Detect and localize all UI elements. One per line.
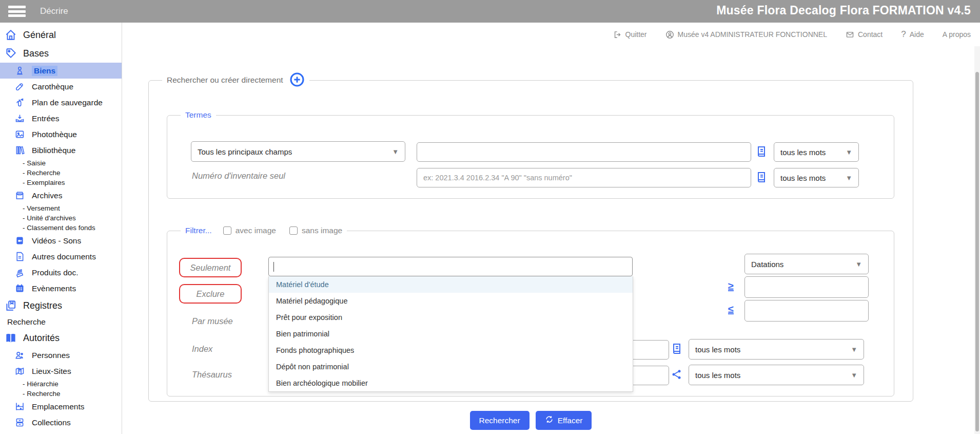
sidebar-item-lieux-sites[interactable]: Lieux-Sites <box>0 363 122 379</box>
with-image-checkbox[interactable] <box>223 227 231 235</box>
date-to-input[interactable] <box>744 300 869 322</box>
sidebar-item-bases[interactable]: Bases <box>0 44 122 63</box>
dropdown-option[interactable]: Matériel d'étude <box>269 276 633 293</box>
sidebar-item-emplacements[interactable]: Emplacements <box>0 399 122 414</box>
dropdown-option[interactable]: Dépôt non patrimonial <box>269 358 633 375</box>
sidebar-item-autres-documents[interactable]: Autres documents <box>0 249 122 265</box>
sidebar-item-label: Registres <box>23 300 62 311</box>
sidebar-item-exemplaires[interactable]: - Exemplaires <box>0 178 122 187</box>
sidebar-item-evenements[interactable]: Evènements <box>0 280 122 296</box>
vertical-scrollbar[interactable] <box>974 46 980 434</box>
sidebar-item-saisie[interactable]: - Saisie <box>0 158 122 168</box>
inventory-number-input[interactable] <box>417 168 751 187</box>
sidebar-item-unite-archives[interactable]: - Unité d'archives <box>0 213 122 223</box>
thesaurus-match-select[interactable]: tous les mots ▼ <box>689 365 864 385</box>
sidebar-item-archives[interactable]: Archives <box>0 187 122 203</box>
sidebar-item-general[interactable]: Général <box>0 26 122 44</box>
dropdown-option[interactable]: Fonds photographiques <box>269 342 633 358</box>
datations-select[interactable]: Datations ▼ <box>744 254 869 274</box>
sidebar-item-hierarchie[interactable]: - Hiérarchie <box>0 379 122 389</box>
field-scope-select[interactable]: Tous les principaux champs ▼ <box>191 141 405 162</box>
book-icon <box>755 145 768 159</box>
menu-icon[interactable] <box>8 6 26 17</box>
index-match-select[interactable]: tous les mots ▼ <box>689 339 864 360</box>
sidebar-item-label: Entrées <box>32 114 59 123</box>
help-link[interactable]: ? Aide <box>901 29 924 40</box>
without-image-checkbox[interactable] <box>289 227 298 235</box>
terms-legend: Termes <box>181 110 216 120</box>
sidebar-item-registres[interactable]: Registres <box>0 296 122 315</box>
gte-symbol: ≥ <box>728 280 734 292</box>
dropdown-option[interactable]: Matériel pédagogique <box>269 293 633 309</box>
sidebar-item-produits-doc[interactable]: Produits doc. <box>0 265 122 280</box>
sidebar-item-bibliotheque[interactable]: Bibliothèque <box>0 142 122 158</box>
exclude-filter-badge[interactable]: Exclure <box>179 284 242 304</box>
sidebar-item-versement[interactable]: - Versement <box>0 203 122 213</box>
clear-button[interactable]: Effacer <box>536 411 592 430</box>
sidebar-item-personnes[interactable]: Personnes <box>0 347 122 363</box>
only-filter-badge[interactable]: Seulement <box>179 258 242 277</box>
sidebar-item-label: Recherche <box>7 317 46 327</box>
with-image-checkbox-group[interactable]: avec image <box>223 226 276 235</box>
sidebar-item-label: Bibliothèque <box>32 146 75 155</box>
sidebar-item-label: Collections <box>32 418 71 427</box>
logout-icon <box>613 30 622 39</box>
lexicon-picker-button[interactable] <box>755 145 769 159</box>
dropdown-option[interactable]: Bien patrimonial <box>269 326 633 342</box>
create-record-button[interactable] <box>289 72 305 88</box>
sidebar-item-label: Général <box>23 30 56 41</box>
sidebar-item-label: Photothèque <box>32 130 77 139</box>
refresh-icon <box>545 415 554 426</box>
filter-legend: Filtrer... <box>185 226 212 235</box>
sidebar-item-label: Emplacements <box>32 402 85 411</box>
archive-box-icon <box>14 190 25 201</box>
home-icon <box>4 28 17 42</box>
index-lexicon-button[interactable] <box>671 343 684 356</box>
sidebar-item-plan-sauvegarde[interactable]: Plan de sauvegarde <box>0 95 122 110</box>
chevron-down-icon: ▼ <box>851 371 857 379</box>
inbox-download-icon <box>14 113 25 124</box>
sidebar-item-videos-sons[interactable]: Vidéos - Sons <box>0 233 122 249</box>
terms-match-select[interactable]: tous les mots ▼ <box>774 142 859 162</box>
sidebar-item-phototheque[interactable]: Photothèque <box>0 126 122 142</box>
terms-section: Termes Tous les principaux champs ▼ tous… <box>167 110 894 199</box>
filter-section: Filtrer... avec image sans image Seuleme… <box>167 226 894 397</box>
header-toolbar: Quitter Musée v4 ADMINISTRATEUR FONCTION… <box>122 23 980 46</box>
sidebar-item-classement-fonds[interactable]: - Classement des fonds <box>0 223 122 233</box>
sidebar-item-recherche-biblio[interactable]: - Recherche <box>0 168 122 178</box>
thesaurus-label: Thésaurus <box>192 370 232 380</box>
top-bar: Décrire Musée Flora Decalog Flora FORMAT… <box>0 0 980 23</box>
sidebar-item-label: Biens <box>32 66 57 76</box>
without-image-checkbox-group[interactable]: sans image <box>289 226 342 235</box>
dropdown-option[interactable]: Prêt pour exposition <box>269 309 633 326</box>
books-icon <box>14 145 25 156</box>
about-link[interactable]: A propos <box>943 30 971 39</box>
search-button[interactable]: Rechercher <box>470 411 530 430</box>
contact-link[interactable]: Contact <box>846 30 883 39</box>
quit-link[interactable]: Quitter <box>613 30 647 39</box>
terms-input[interactable] <box>417 142 751 162</box>
scrollbar-thumb[interactable] <box>975 72 979 431</box>
sidebar-item-collections[interactable]: Collections <box>0 414 122 430</box>
lexicon-picker-button[interactable] <box>755 171 769 184</box>
sidebar-item-autorites[interactable]: Autorités <box>0 329 122 347</box>
sidebar-item-label: - Recherche <box>23 169 61 177</box>
sidebar-item-recherche-lieux[interactable]: - Recherche <box>0 389 122 399</box>
date-from-input[interactable] <box>744 276 869 298</box>
registers-icon <box>4 299 17 312</box>
inventory-match-select[interactable]: tous les mots ▼ <box>774 168 859 187</box>
text-cursor <box>273 262 274 272</box>
sidebar-item-entrees[interactable]: Entrées <box>0 110 122 126</box>
module-title: Décrire <box>40 6 68 16</box>
sidebar-item-carotheque[interactable]: Carothèque <box>0 79 122 95</box>
people-icon <box>14 350 25 361</box>
app-title: Musée Flora Decalog Flora FORMATION v4.5 <box>716 4 971 17</box>
search-create-legend: Rechercher ou créer directement <box>167 76 283 85</box>
status-filter-input[interactable] <box>268 257 633 276</box>
dropdown-option[interactable]: Bien archéologique mobilier <box>269 375 633 391</box>
sidebar-item-biens[interactable]: Biens <box>0 63 122 79</box>
thesaurus-picker-button[interactable] <box>671 368 684 382</box>
sidebar-item-recherche-registres[interactable]: Recherche <box>0 315 122 329</box>
user-menu[interactable]: Musée v4 ADMINISTRATEUR FONCTIONNEL <box>665 30 827 39</box>
share-network-icon <box>671 368 683 382</box>
